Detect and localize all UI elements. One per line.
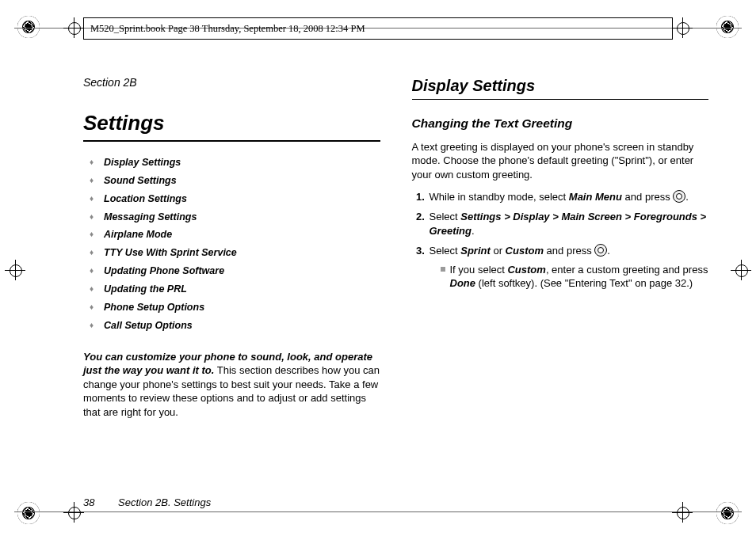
printer-radial-bottom-left-icon [17,502,40,524]
crop-line-bottom [14,511,742,512]
step-3-text-e: and press [544,245,594,257]
step-1-main-menu: Main Menu [569,191,622,203]
running-head-text: M520_Sprint.book Page 38 Thursday, Septe… [90,23,365,35]
printer-radial-top-right-icon [716,16,739,38]
sub-done: Done [450,277,476,289]
registration-mark-right-bottom-icon [672,502,693,523]
nav-key-icon [673,190,685,203]
running-head-box: M520_Sprint.book Page 38 Thursday, Septe… [83,17,673,40]
toc-item: Messaging Settings [83,211,380,224]
page-number: 38 [83,496,94,508]
sub-e: (left softkey). (See "Entering Text" on … [475,277,693,289]
printer-radial-top-left-icon [17,16,40,38]
toc-item: Location Settings [83,192,380,206]
heading-display-settings: Display Settings [412,75,709,100]
step-1-text-c: and press [622,191,673,203]
toc-item: Airplane Mode [83,228,380,241]
page-title: Settings [83,109,380,142]
printer-radial-bottom-right-icon [716,502,739,524]
page-footer: 38 Section 2B. Settings [83,496,211,508]
page-body: Section 2B Settings Display Settings Sou… [83,75,708,492]
step-3: Select Sprint or Custom and press . If y… [428,244,709,291]
right-column: Display Settings Changing the Text Greet… [412,75,709,492]
toc-item: Updating the PRL [83,283,380,296]
step-2: Select Settings > Display > Main Screen … [428,210,709,238]
toc-item: Phone Setup Options [83,301,380,314]
toc-item: Updating Phone Software [83,264,380,278]
step-3-text-a: Select [430,245,461,257]
left-column: Section 2B Settings Display Settings Sou… [83,75,380,492]
heading-changing-text-greeting: Changing the Text Greeting [412,116,709,132]
toc-item: Display Settings [83,156,380,169]
section-label: Section 2B [83,75,380,90]
step-2-text-a: Select [430,211,461,222]
step-3-custom: Custom [506,245,544,257]
registration-mark-right-top-icon [672,17,693,38]
step-2-path: Settings > Display > Main Screen > Foreg… [430,211,707,237]
step-3-sprint: Sprint [460,245,491,257]
step-3-subitem: If you select Custom, enter a custom gre… [441,263,709,291]
intro-paragraph: You can customize your phone to sound, l… [83,350,380,420]
toc-item: Sound Settings [83,174,380,188]
toc-item: TTY Use With Sprint Service [83,246,380,260]
footer-section-ref: Section 2B. Settings [118,496,211,508]
step-1: While in standby mode, select Main Menu … [428,190,709,204]
registration-mark-bottom-icon [63,502,84,523]
nav-key-icon [594,244,607,257]
sub-c: , enter a custom greeting and press [546,264,708,276]
greeting-intro-paragraph: A text greeting is displayed on your pho… [412,140,709,182]
step-3-text-c: or [491,245,506,257]
step-1-text-a: While in standby mode, select [430,191,569,203]
toc-item: Call Setup Options [83,319,380,333]
sub-a: If you select [450,264,508,276]
registration-mark-left-mid-icon [5,260,25,280]
step-3-sublist: If you select Custom, enter a custom gre… [430,263,709,291]
registration-mark-right-mid-icon [731,260,751,280]
sub-custom: Custom [507,264,545,276]
registration-mark-top-icon [63,17,84,38]
toc-list: Display Settings Sound Settings Location… [83,156,380,333]
steps-list: While in standby mode, select Main Menu … [412,190,709,291]
